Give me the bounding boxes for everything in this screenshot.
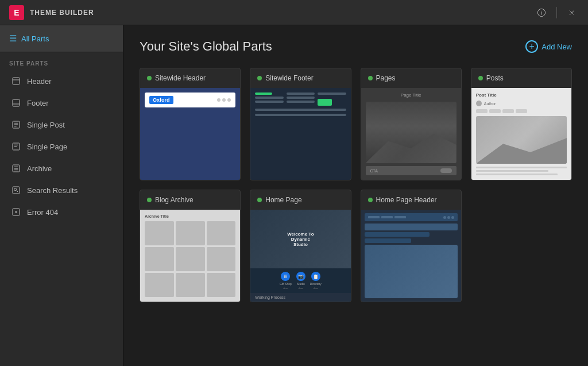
add-new-button[interactable]: + Add New	[525, 40, 572, 53]
preview-archive-cell-6	[207, 247, 236, 271]
status-dot-active	[478, 76, 483, 80]
card-pages-label: Pages	[376, 74, 396, 82]
sidebar-item-footer[interactable]: Footer	[0, 92, 123, 114]
elementor-logo: E	[9, 5, 24, 20]
sidebar-item-error-404[interactable]: Error 404	[0, 201, 123, 223]
preview-archive-cell-8	[176, 273, 205, 297]
topbar-right	[535, 6, 579, 20]
card-home-page-header-label: Home Page Header	[376, 196, 437, 204]
card-home-page-header[interactable]: Home Page Header	[361, 190, 462, 302]
preview-ft-divider	[255, 109, 346, 111]
card-sitewide-footer[interactable]: Sitewide Footer	[250, 68, 351, 180]
card-blog-archive-header: Blog Archive	[140, 190, 240, 210]
preview-hph-line-2	[381, 216, 393, 218]
preview-dot-2	[222, 98, 226, 102]
preview-home-icon-2: 📷 Studio desc	[296, 272, 305, 290]
sidebar-archive-label: Archive	[27, 164, 52, 173]
preview-page-mountain	[366, 102, 457, 163]
sidebar-all-parts-label: All Parts	[21, 34, 49, 43]
preview-hph-dot-1	[443, 216, 446, 219]
preview-post-line-2	[476, 170, 549, 172]
preview-home-icon-label-3: Directory	[310, 282, 322, 286]
sidebar-header-label: Header	[27, 77, 52, 86]
preview-footer-bottom-col	[255, 114, 346, 116]
preview-post-avatar	[476, 101, 482, 106]
preview-oxford-logo: Oxford	[149, 96, 173, 104]
preview-footer-content	[250, 88, 350, 180]
preview-post-tag-4	[516, 109, 527, 113]
card-sitewide-header-label: Sitewide Header	[155, 74, 206, 82]
topbar-left: E THEME BUILDER	[9, 5, 94, 20]
preview-archive-grid	[145, 221, 235, 297]
sidebar-item-single-page[interactable]: Single Page	[0, 136, 123, 157]
add-new-label: Add New	[541, 43, 572, 51]
preview-ft-line-2	[255, 101, 283, 103]
sidebar-item-archive[interactable]: Archive	[0, 157, 123, 179]
svg-rect-5	[13, 78, 20, 84]
preview-footer-row-3	[255, 114, 346, 116]
sidebar: ☰ All Parts SITE PARTS Header Footer	[0, 25, 123, 366]
close-button[interactable]	[565, 6, 579, 20]
card-home-page-label: Home Page	[265, 196, 301, 204]
status-dot-active	[368, 198, 373, 202]
preview-ft-line-1	[255, 97, 283, 99]
status-dot-active	[147, 76, 152, 80]
card-home-page-header-header: Home Page Header	[361, 190, 461, 210]
sidebar-item-search-results[interactable]: Search Results	[0, 179, 123, 201]
preview-home-icon-label-1: Gift Shop	[280, 282, 292, 286]
card-posts-header: Posts	[471, 68, 571, 88]
preview-home-icon-1: 🖥 Gift Shop desc	[280, 272, 292, 290]
card-home-page-header-preview	[361, 210, 461, 302]
status-dot-active	[147, 198, 152, 202]
card-sitewide-header-preview: Oxford	[140, 88, 240, 180]
archive-icon	[11, 163, 21, 174]
info-button[interactable]	[535, 6, 548, 20]
preview-ft-btn	[318, 99, 332, 106]
sidebar-all-parts[interactable]: ☰ All Parts	[0, 25, 123, 52]
single-post-icon	[11, 120, 21, 130]
card-pages-header: Pages	[361, 68, 461, 88]
topbar-divider	[556, 7, 557, 18]
status-dot-active	[257, 198, 262, 202]
close-icon	[567, 8, 577, 17]
card-posts[interactable]: Posts Post Title Author	[471, 68, 572, 180]
card-pages[interactable]: Pages Page Title CTA	[361, 68, 462, 180]
preview-post-tag-3	[502, 109, 514, 113]
card-posts-label: Posts	[486, 74, 504, 82]
footer-icon	[11, 98, 21, 108]
preview-home-header-content	[361, 210, 461, 302]
card-sitewide-header[interactable]: Sitewide Header Oxford	[140, 68, 241, 180]
preview-home-icon-circle-2: 📷	[296, 272, 305, 281]
sidebar-item-header[interactable]: Header	[0, 70, 123, 92]
sidebar-item-single-post[interactable]: Single Post	[0, 114, 123, 136]
preview-home-icon-3: 📋 Directory desc	[310, 272, 322, 290]
info-icon	[537, 8, 546, 17]
search-results-icon	[11, 185, 21, 195]
preview-post-tags	[476, 109, 567, 113]
preview-hph-dot-2	[447, 216, 450, 219]
preview-page-title: Page Title	[366, 93, 457, 98]
preview-footer-col-1	[255, 93, 283, 106]
card-home-page[interactable]: Home Page Welcome To Dynamic Studio	[250, 190, 351, 302]
preview-blog-archive-content: Archive Title	[140, 210, 240, 302]
preview-posts-content: Post Title Author	[471, 88, 571, 180]
preview-post-title: Post Title	[476, 93, 567, 98]
preview-post-line-3	[476, 174, 558, 175]
main-layout: ☰ All Parts SITE PARTS Header Footer	[0, 25, 588, 366]
card-blog-archive[interactable]: Blog Archive Archive Title	[140, 190, 241, 302]
preview-ft-line-accent	[255, 93, 272, 95]
preview-footer-row-2	[255, 109, 346, 111]
preview-home-icons: 🖥 Gift Shop desc 📷 Studio desc 📋	[250, 268, 350, 293]
preview-hph-line-3	[394, 216, 406, 218]
card-blog-archive-label: Blog Archive	[155, 196, 194, 204]
preview-home-icon-circle-3: 📋	[311, 272, 320, 281]
content-area: Your Site's Global Parts + Add New Sitew…	[123, 25, 588, 366]
preview-home-hero-text: Welcome To Dynamic Studio	[287, 232, 314, 247]
status-dot-active	[368, 76, 373, 80]
preview-footer-col-2	[287, 93, 315, 106]
preview-post-author: Author	[476, 101, 567, 106]
preview-home-page-content: Welcome To Dynamic Studio 🖥 Gift Shop de…	[250, 210, 350, 302]
page-title: Your Site's Global Parts	[140, 39, 272, 54]
preview-home-header-dots	[443, 216, 454, 219]
preview-page-toggle	[440, 168, 452, 173]
